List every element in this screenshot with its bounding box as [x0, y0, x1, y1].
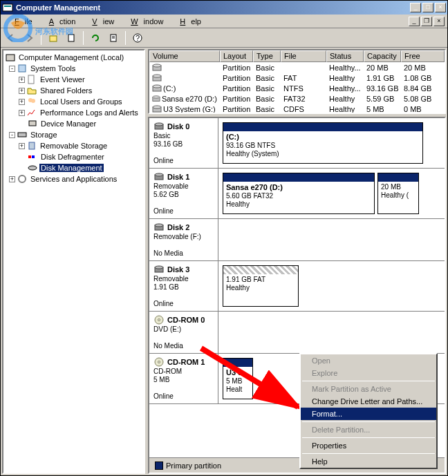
menu-help[interactable]: Help — [169, 16, 207, 27]
ctx-explore: Explore — [301, 367, 436, 379]
refresh-button[interactable] — [88, 30, 103, 46]
svg-line-43 — [201, 348, 298, 407]
volume-box[interactable]: 20 MBHealthy ( — [377, 173, 419, 214]
svg-rect-16 — [29, 142, 35, 149]
mdi-minimize-button[interactable]: _ — [409, 17, 420, 26]
volume-row[interactable]: (C:)PartitionBasicNTFSHealthy...93.16 GB… — [149, 83, 445, 93]
svg-point-26 — [153, 85, 161, 88]
svg-rect-11 — [28, 75, 34, 84]
col-capacity[interactable]: Capacity — [364, 50, 401, 62]
svg-point-19 — [28, 166, 37, 170]
volume-list: Volume Layout Type File System Status Ca… — [148, 49, 446, 114]
disk-info[interactable]: Disk 1Removable5.62 GBOnline — [149, 169, 218, 218]
volume-box[interactable]: 1.91 GB FATHealthy — [223, 265, 299, 307]
svg-point-20 — [19, 175, 26, 182]
volume-row[interactable]: Sansa e270 (D:)PartitionBasicFAT32Health… — [149, 93, 445, 104]
menu-bar: File Action View Window Help _ ❐ × — [1, 15, 447, 28]
tree-disk-defragmenter[interactable]: Disk Defragmenter — [5, 151, 142, 162]
svg-point-36 — [155, 224, 163, 227]
svg-point-24 — [153, 75, 161, 77]
maximize-button[interactable]: □ — [422, 3, 433, 12]
volume-list-header: Volume Layout Type File System Status Ca… — [149, 50, 445, 62]
svg-rect-0 — [3, 4, 12, 11]
tree-services[interactable]: +Services and Applications — [5, 173, 142, 184]
disk-info[interactable]: Disk 0Basic93.16 GBOnline — [149, 118, 218, 168]
disk-info[interactable]: Disk 3Removable1.91 GBOnline — [149, 261, 218, 311]
disk-row: Disk 0Basic93.16 GBOnline(C:)93.16 GB NT… — [149, 118, 445, 169]
svg-point-32 — [155, 123, 163, 126]
properties-button[interactable] — [64, 30, 79, 46]
menu-window[interactable]: Window — [120, 16, 169, 27]
svg-point-22 — [153, 64, 161, 67]
volume-box[interactable]: (C:)93.16 GB NTFSHealthy (System) — [223, 122, 423, 164]
tree-perf-logs[interactable]: +Performance Logs and Alerts — [5, 107, 142, 118]
volume-row[interactable]: PartitionBasicHealthy...20 MB20 MB — [149, 62, 445, 73]
col-freespace[interactable]: Free Space — [401, 50, 445, 62]
svg-rect-18 — [32, 155, 35, 158]
disk-row: Disk 1Removable5.62 GBOnlineSansa e270 (… — [149, 169, 445, 219]
svg-rect-4 — [50, 36, 57, 41]
tree-shared-folders[interactable]: +Shared Folders — [5, 85, 142, 96]
legend-swatch-primary — [155, 461, 163, 470]
tree-system-tools[interactable]: -System Tools — [5, 63, 142, 74]
svg-point-42 — [158, 361, 160, 363]
svg-rect-10 — [19, 65, 26, 72]
tree-disk-management[interactable]: Disk Management — [5, 162, 142, 173]
up-button[interactable] — [46, 30, 61, 46]
col-volume[interactable]: Volume — [149, 50, 220, 62]
svg-point-30 — [153, 106, 161, 108]
ctx-help[interactable]: Help — [301, 455, 436, 468]
disk-row: Disk 2Removable (F:)No Media — [149, 219, 445, 261]
app-icon — [2, 2, 13, 13]
col-filesystem[interactable]: File System — [281, 50, 326, 62]
tree-pane: Computer Management (Local) -System Tool… — [2, 49, 145, 474]
mdi-close-button[interactable]: × — [433, 17, 445, 26]
export-button[interactable] — [106, 30, 121, 46]
mdi-restore-button[interactable]: ❐ — [421, 17, 432, 26]
forward-button[interactable] — [21, 30, 37, 46]
ctx-mark-active: Mark Partition as Active — [301, 383, 436, 395]
svg-rect-1 — [4, 6, 11, 7]
svg-point-40 — [158, 319, 160, 321]
svg-point-38 — [155, 266, 163, 269]
svg-point-28 — [153, 95, 160, 97]
svg-point-13 — [31, 99, 35, 103]
minimize-button[interactable]: _ — [410, 3, 421, 12]
ctx-delete-partition: Delete Partition... — [301, 423, 436, 436]
volume-box[interactable]: Sansa e270 (D:)5.60 GB FAT32Healthy — [223, 173, 375, 214]
ctx-format[interactable]: Format... — [301, 408, 436, 420]
context-menu: Open Explore Mark Partition as Active Ch… — [299, 353, 438, 469]
title-bar: Computer Management _ □ × — [1, 1, 447, 15]
tree-removable-storage[interactable]: +Removable Storage — [5, 140, 142, 151]
svg-rect-9 — [6, 55, 15, 61]
tree-local-users[interactable]: +Local Users and Groups — [5, 96, 142, 107]
svg-rect-14 — [29, 121, 36, 126]
toolbar: ? — [1, 28, 447, 48]
close-button[interactable]: × — [435, 3, 446, 12]
svg-point-34 — [155, 173, 163, 176]
col-type[interactable]: Type — [253, 50, 281, 62]
svg-rect-5 — [68, 35, 74, 41]
menu-file[interactable]: File — [3, 16, 38, 27]
help-button[interactable]: ? — [130, 30, 145, 46]
disk-info[interactable]: Disk 2Removable (F:)No Media — [149, 219, 218, 260]
tree-storage[interactable]: -Storage — [5, 129, 142, 140]
tree-event-viewer[interactable]: +Event Viewer — [5, 74, 142, 85]
legend-label-primary: Primary partition — [166, 461, 221, 470]
window-title: Computer Management — [16, 3, 410, 12]
volume-row[interactable]: PartitionBasicFATHealthy1.91 GB1.08 GB — [149, 73, 445, 83]
col-status[interactable]: Status — [326, 50, 364, 62]
ctx-change-drive-letter[interactable]: Change Drive Letter and Paths... — [301, 395, 436, 408]
svg-rect-15 — [18, 133, 26, 137]
svg-rect-17 — [28, 155, 31, 158]
col-layout[interactable]: Layout — [220, 50, 253, 62]
ctx-open: Open — [301, 354, 436, 367]
svg-text:?: ? — [136, 34, 140, 42]
menu-view[interactable]: View — [81, 16, 120, 27]
back-button[interactable] — [3, 30, 19, 46]
ctx-properties[interactable]: Properties — [301, 439, 436, 452]
tree-device-manager[interactable]: Device Manager — [5, 118, 142, 129]
volume-row[interactable]: U3 System (G:)PartitionBasicCDFSHealthy5… — [149, 104, 445, 114]
tree-root[interactable]: Computer Management (Local) — [5, 52, 142, 63]
menu-action[interactable]: Action — [38, 16, 82, 27]
